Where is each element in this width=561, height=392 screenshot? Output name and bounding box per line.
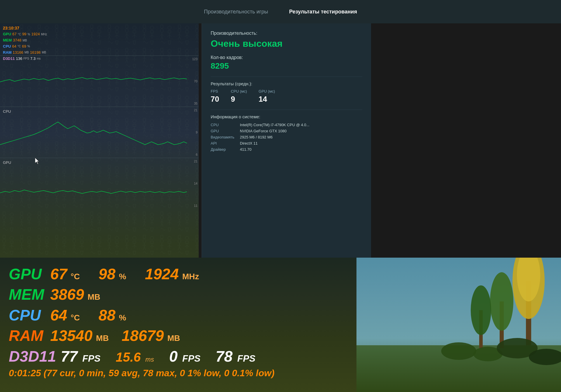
hud-fps-unit: FPS bbox=[23, 56, 29, 61]
sys-cpu-key: CPU bbox=[211, 123, 240, 127]
bhud-fps3-val: 78 bbox=[216, 347, 233, 365]
cpu-chart-svg bbox=[0, 107, 187, 158]
cpu-y-top: 21 bbox=[188, 108, 198, 112]
hud-ms-unit: ms bbox=[37, 56, 41, 61]
svg-marker-13 bbox=[35, 158, 39, 164]
gpu-chart-svg bbox=[0, 158, 187, 209]
hud-cpu-label: CPU bbox=[3, 44, 11, 50]
gpu-metric-val: 14 bbox=[259, 95, 275, 104]
bhud-cpu-temp-unit: °C bbox=[71, 313, 80, 323]
sys-api-val: DirectX 11 bbox=[240, 141, 258, 145]
hud-ram-row: RAM 13166 MB 16198 MB bbox=[3, 50, 47, 56]
sys-gpu-val: NVIDIA GeForce GTX 1080 bbox=[240, 129, 287, 133]
hud-ram-unit: MB bbox=[25, 50, 29, 55]
bhud-gpu-clock-unit: MHz bbox=[182, 272, 199, 282]
sys-gpu-key: GPU bbox=[211, 129, 240, 133]
bhud-gpu-row: GPU 67 °C 98 % 1924 MHz bbox=[9, 265, 552, 283]
bhud-cpu-label: CPU bbox=[9, 306, 47, 324]
divider-2 bbox=[211, 110, 362, 110]
hud-ram-total-unit: MB bbox=[42, 50, 46, 55]
bhud-gpu-temp: 67 bbox=[50, 265, 67, 283]
avg-title: Результаты (средн.): bbox=[211, 81, 362, 86]
fps-metric-val: 70 bbox=[211, 95, 219, 104]
hud-cpu-load-unit: % bbox=[27, 44, 30, 49]
sys-vram-row: Видеопамять 2925 М6 / 8192 М6 bbox=[211, 135, 362, 139]
fps-chart-svg bbox=[0, 56, 187, 107]
bhud-fps-val: 77 bbox=[61, 347, 78, 365]
hud-gpu-temp-unit: °C bbox=[18, 32, 21, 37]
sys-vram-key: Видеопамять bbox=[211, 135, 240, 139]
hud-d3d-row: D3D11 136 FPS 7.3 ms bbox=[3, 56, 47, 62]
fps-metric: FPS 70 bbox=[211, 89, 219, 104]
hud-fps-val: 136 bbox=[16, 56, 22, 62]
tab-test-results[interactable]: Результаты тестирования bbox=[284, 6, 362, 17]
fps-chart-y-labels: 123 70 35 bbox=[187, 56, 199, 107]
hud-overlay: 23:10:37 GPU 67 °C 99 % 1924 MHz MEM 374… bbox=[3, 25, 47, 62]
hud-gpu-temp: 67 bbox=[12, 31, 16, 37]
hud-cpu-temp: 64 bbox=[12, 44, 16, 50]
sys-cpu-val: Intel(R) Core(TM) i7-4790K CPU @ 4.0... bbox=[240, 123, 309, 127]
cpu-y-mid: 9 bbox=[188, 131, 198, 134]
hud-mem-val: 3748 bbox=[13, 37, 21, 44]
cpu-metric-val: 9 bbox=[231, 95, 247, 104]
hud-gpu-clock-unit: MHz bbox=[41, 32, 47, 37]
gpu-metric-label: GPU (мс) bbox=[259, 89, 275, 93]
frames-value: 8295 bbox=[211, 61, 362, 71]
sys-api-row: API DirectX 11 bbox=[211, 141, 362, 145]
top-navigation: Производительность игры Результаты тести… bbox=[0, 0, 561, 23]
hud-mem-row: MEM 3748 MB bbox=[3, 37, 47, 44]
bhud-mem-val: 3869 bbox=[50, 285, 84, 303]
hud-gpu-row: GPU 67 °C 99 % 1924 MHz bbox=[3, 31, 47, 37]
sys-driver-key: Драйвер bbox=[211, 147, 240, 152]
cpu-chart: CPU 21 9 6 bbox=[0, 107, 199, 158]
hud-ram-total: 16198 bbox=[30, 50, 41, 56]
bhud-d3d-label: D3D11 bbox=[9, 347, 56, 365]
bhud-ram-total-unit: MB bbox=[167, 333, 180, 343]
bhud-ram-row: RAM 13540 MB 18679 MB bbox=[9, 327, 552, 345]
sys-vram-val: 2925 М6 / 8192 М6 bbox=[240, 135, 273, 139]
bhud-cpu-load: 88 bbox=[98, 306, 115, 324]
bhud-ms-unit: ms bbox=[146, 356, 154, 363]
gpu-chart: GPU 21 14 11 bbox=[0, 158, 199, 209]
hud-ms-val: 7.3 bbox=[30, 56, 36, 62]
cpu-chart-y-labels: 21 9 6 bbox=[187, 107, 199, 158]
hud-cpu-row: CPU 64 °C 69 % bbox=[3, 44, 47, 50]
fps-y-mid: 70 bbox=[188, 79, 198, 83]
sys-api-key: API bbox=[211, 141, 240, 145]
gpu-chart-y-labels: 21 14 11 bbox=[187, 158, 199, 209]
hud-cpu-temp-unit: °C bbox=[18, 44, 21, 49]
fps-chart: 123 70 35 bbox=[0, 55, 199, 107]
bhud-ram-total: 18679 bbox=[122, 327, 164, 345]
cpu-metric: CPU (мс) 9 bbox=[231, 89, 247, 104]
gpu-y-mid: 14 bbox=[188, 182, 198, 185]
bottom-hud: GPU 67 °C 98 % 1924 MHz MEM 3869 MB CPU … bbox=[0, 258, 561, 392]
bhud-mem-unit: MB bbox=[88, 292, 101, 302]
divider-1 bbox=[211, 77, 362, 77]
hud-gpu-label: GPU bbox=[3, 31, 11, 37]
mouse-cursor bbox=[35, 158, 41, 165]
hud-d3d-label: D3D11 bbox=[3, 56, 15, 62]
bhud-cpu-temp: 64 bbox=[50, 306, 67, 324]
bhud-gpu-clock: 1924 bbox=[145, 265, 179, 283]
gpu-y-top: 21 bbox=[188, 159, 198, 163]
bhud-mem-label: MEM bbox=[9, 285, 47, 303]
hud-mem-label: MEM bbox=[3, 37, 12, 44]
bhud-fps-unit: FPS bbox=[82, 353, 101, 364]
bhud-gpu-load-unit: % bbox=[119, 272, 126, 282]
hud-gpu-clock: 1924 bbox=[31, 31, 40, 37]
sys-gpu-row: GPU NVIDIA GeForce GTX 1080 bbox=[211, 129, 362, 133]
bhud-fps2-unit: FPS bbox=[182, 353, 200, 364]
frames-label: Кол-во кадров: bbox=[211, 55, 362, 60]
hud-time: 23:10:37 bbox=[3, 25, 47, 31]
bhud-fps3-unit: FPS bbox=[237, 353, 255, 364]
perf-section-title: Производительность: bbox=[211, 31, 362, 36]
cpu-y-bot: 6 bbox=[188, 153, 198, 156]
result-metrics: FPS 70 CPU (мс) 9 GPU (мс) 14 bbox=[211, 89, 362, 104]
fps-y-bot: 35 bbox=[188, 102, 198, 105]
tab-game-performance[interactable]: Производительность игры bbox=[199, 6, 273, 17]
gpu-y-bot: 11 bbox=[188, 204, 198, 207]
fps-y-top: 123 bbox=[188, 57, 198, 61]
bhud-cpu-load-unit: % bbox=[119, 313, 126, 323]
bhud-gpu-label: GPU bbox=[9, 265, 47, 283]
bhud-ram-label: RAM bbox=[9, 327, 47, 345]
